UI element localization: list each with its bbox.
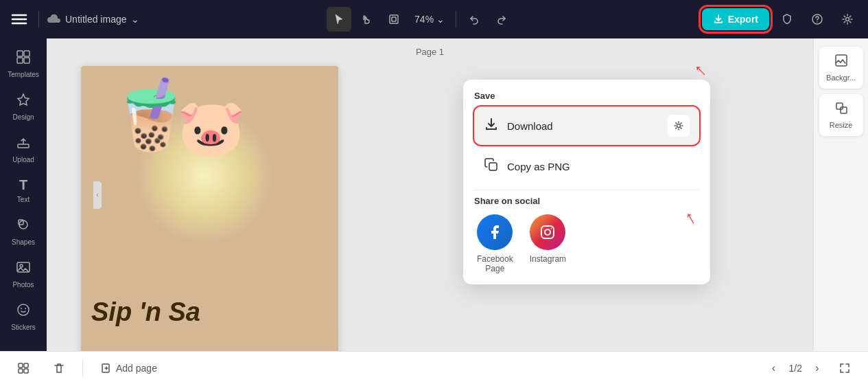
upload-label: Upload xyxy=(12,156,34,163)
main-area: Templates Design Upload T Text xyxy=(0,38,868,351)
divider xyxy=(456,11,456,27)
hand-tool-button[interactable] xyxy=(354,7,379,32)
background-button[interactable]: Backgr... xyxy=(819,47,863,89)
add-page-button[interactable]: Add page xyxy=(94,359,164,378)
sidebar-item-upload[interactable]: Upload xyxy=(3,129,44,169)
svg-rect-30 xyxy=(19,369,23,373)
canvas-area[interactable]: Page 1 ‹ 🧋 🐷 Sip 'n Sa Save xyxy=(47,38,813,351)
svg-rect-29 xyxy=(24,363,28,368)
document-title: Untitled image xyxy=(65,14,127,25)
grid-view-button[interactable] xyxy=(11,356,36,381)
svg-point-23 xyxy=(545,229,550,235)
copy-icon xyxy=(484,157,499,176)
redo-button[interactable] xyxy=(489,7,514,32)
cloud-save-indicator[interactable]: Untitled image ⌄ xyxy=(47,14,139,25)
svg-rect-26 xyxy=(836,103,843,109)
svg-rect-9 xyxy=(24,51,30,56)
stickers-icon xyxy=(16,302,31,321)
page-label: Page 1 xyxy=(416,47,444,57)
svg-rect-12 xyxy=(18,144,29,148)
toolbar-center: 74% ⌄ xyxy=(327,7,514,32)
zoom-control[interactable]: 74% ⌄ xyxy=(409,11,450,27)
zoom-chevron: ⌄ xyxy=(436,14,445,25)
facebook-icon xyxy=(477,214,513,250)
divider xyxy=(474,190,699,190)
share-section-title: Share on social xyxy=(474,196,699,206)
svg-point-18 xyxy=(21,308,22,309)
fullscreen-button[interactable] xyxy=(832,356,857,381)
facebook-label: FacebookPage xyxy=(477,254,513,273)
topbar: Untitled image ⌄ 74% ⌄ xyxy=(0,0,868,38)
next-page-button[interactable]: › xyxy=(808,359,827,378)
download-option-left: Download xyxy=(484,117,553,135)
export-button[interactable]: Export xyxy=(702,8,769,30)
app-logo xyxy=(8,8,30,30)
svg-point-6 xyxy=(817,21,818,23)
svg-point-16 xyxy=(20,264,23,267)
svg-rect-21 xyxy=(489,163,497,170)
select-tool-button[interactable] xyxy=(327,7,351,32)
arrow-indicator-export: ↑ xyxy=(689,59,712,82)
divider xyxy=(38,11,39,27)
stickers-label: Stickers xyxy=(11,324,36,331)
resize-button[interactable]: Resize xyxy=(819,94,863,136)
svg-point-7 xyxy=(846,18,849,21)
download-icon xyxy=(484,117,499,135)
templates-icon xyxy=(16,49,31,68)
sidebar-item-shapes[interactable]: Shapes xyxy=(3,212,44,251)
sidebar-item-templates[interactable]: Templates xyxy=(3,44,44,84)
bottombar: Add page ‹ 1/2 › xyxy=(0,351,868,384)
facebook-share-button[interactable]: FacebookPage xyxy=(477,214,513,273)
text-label: Text xyxy=(17,196,30,203)
photos-icon xyxy=(16,260,31,278)
sidebar-item-text[interactable]: T Text xyxy=(3,172,44,209)
settings-icon-button[interactable] xyxy=(835,7,860,32)
download-option[interactable]: Download xyxy=(474,106,699,145)
export-dropdown: Save Download xyxy=(463,80,710,284)
svg-rect-28 xyxy=(19,363,23,368)
instagram-share-button[interactable]: Instagram xyxy=(530,214,566,273)
design-label: Design xyxy=(12,113,34,121)
topbar-right: Export xyxy=(702,7,860,32)
canvas-frame[interactable]: 🧋 🐷 Sip 'n Sa xyxy=(81,66,338,351)
svg-rect-4 xyxy=(392,17,396,21)
background-label: Backgr... xyxy=(826,74,856,82)
sidebar-item-photos[interactable]: Photos xyxy=(3,254,44,294)
svg-rect-8 xyxy=(17,51,23,56)
download-settings-button[interactable] xyxy=(668,115,690,137)
svg-point-24 xyxy=(551,228,552,229)
svg-rect-11 xyxy=(24,58,30,63)
social-icons: FacebookPage Instagram xyxy=(474,214,699,273)
svg-point-19 xyxy=(25,308,26,309)
canvas-text: Sip 'n Sa xyxy=(91,297,200,327)
background-icon xyxy=(834,54,848,71)
resize-label: Resize xyxy=(830,121,853,129)
sidebar-item-design[interactable]: Design xyxy=(3,87,44,126)
page-navigation: ‹ 1/2 › xyxy=(764,356,857,381)
copy-png-label: Copy as PNG xyxy=(507,161,570,172)
svg-rect-31 xyxy=(24,369,28,373)
add-page-label: Add page xyxy=(116,363,157,374)
download-label: Download xyxy=(507,120,553,132)
help-icon-button[interactable] xyxy=(805,7,830,32)
svg-point-20 xyxy=(677,124,681,128)
templates-label: Templates xyxy=(8,71,39,78)
divider xyxy=(82,360,83,376)
undo-button[interactable] xyxy=(462,7,486,32)
canvas-content: 🧋 🐷 Sip 'n Sa xyxy=(81,66,338,351)
svg-point-17 xyxy=(18,304,29,315)
page-count: 1/2 xyxy=(789,363,802,374)
zoom-level: 74% xyxy=(414,14,434,25)
shapes-icon xyxy=(16,217,31,236)
prev-page-button[interactable]: ‹ xyxy=(764,359,784,378)
sidebar-item-stickers[interactable]: Stickers xyxy=(3,297,44,337)
shield-icon-button[interactable] xyxy=(775,7,799,32)
svg-rect-27 xyxy=(841,107,847,113)
delete-page-button[interactable] xyxy=(47,356,71,381)
svg-rect-3 xyxy=(390,15,398,23)
title-chevron: ⌄ xyxy=(131,14,139,25)
sidebar-collapse-handle[interactable]: ‹ xyxy=(93,181,102,209)
sidebar: Templates Design Upload T Text xyxy=(0,38,47,351)
copy-png-option[interactable]: Copy as PNG xyxy=(474,149,699,184)
frame-tool-button[interactable] xyxy=(382,7,406,32)
